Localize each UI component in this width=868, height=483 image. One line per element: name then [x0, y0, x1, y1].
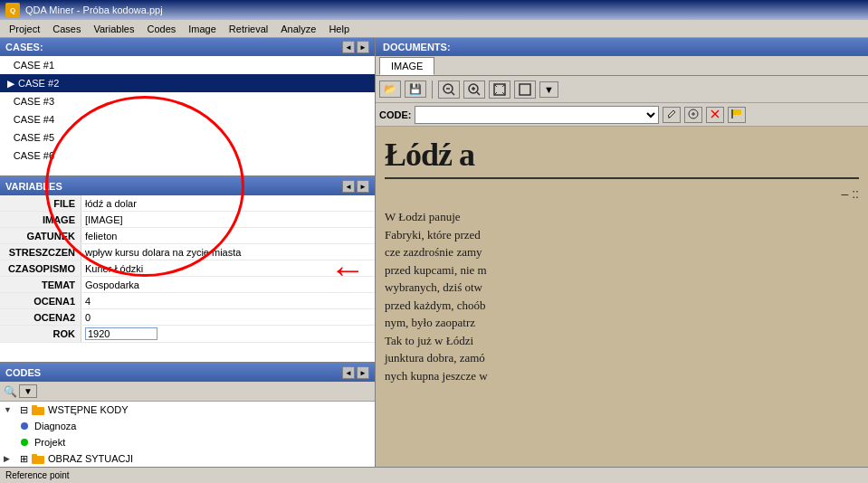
case-item-5[interactable]: CASE #5 [0, 128, 375, 147]
right-panel: DOCUMENTS: IMAGE 📂 💾 ▼ C [376, 38, 868, 483]
code-label: CODE: [379, 109, 411, 120]
cases-expand-btn[interactable]: ◄ [342, 41, 355, 53]
cases-header: CASES: ◄ ► [0, 38, 375, 56]
menu-retrieval[interactable]: Retrieval [224, 23, 273, 35]
var-name-image: IMAGE [0, 212, 81, 227]
open-file-btn[interactable]: 📂 [379, 80, 401, 98]
image-content: Łódź a – :: W Łodzi panuje Fabryki, któr… [376, 127, 868, 483]
variables-header: VARIABLES ◄ ► [0, 177, 375, 195]
dot-icon-diagnoza [18, 420, 31, 432]
left-panel: CASES: ◄ ► CASE #1 ▶ CASE #2 CASE #3 [0, 38, 376, 483]
svg-rect-16 [520, 84, 530, 95]
code-select[interactable] [415, 106, 659, 124]
rok-input[interactable] [85, 327, 157, 340]
codes-header: CODES ◄ ► [0, 364, 375, 382]
menu-analyze[interactable]: Analyze [275, 23, 321, 35]
case-item-1[interactable]: CASE #1 [0, 56, 375, 74]
fit-screen-btn[interactable] [489, 80, 510, 99]
folder-icon-obraz [32, 452, 44, 465]
menu-image[interactable]: Image [183, 23, 222, 35]
newspaper-subtitle: – :: [385, 186, 859, 201]
tab-image[interactable]: IMAGE [379, 57, 434, 75]
menu-project[interactable]: Project [4, 23, 45, 35]
dropdown-btn[interactable]: ▼ [539, 81, 558, 98]
zoom-out-btn[interactable] [438, 80, 460, 99]
svg-rect-1 [32, 405, 37, 409]
menu-codes[interactable]: Codes [141, 23, 181, 35]
var-value-file: łódź a dolar [81, 195, 375, 211]
codes-expand-btn[interactable]: ◄ [342, 366, 355, 379]
cases-menu-btn[interactable]: ► [357, 41, 369, 53]
var-value-streszczen: wpływ kursu dolara na zycie miasta [81, 244, 375, 260]
var-name-rok: ROK [0, 326, 81, 342]
case-arrow-5 [7, 133, 10, 143]
newspaper-title: Łódź a [385, 136, 859, 179]
var-value-temat: Gospodarka [81, 277, 375, 292]
codes-menu-btn[interactable]: ► [357, 366, 369, 379]
tree-expand-wstepne: ▼ [4, 405, 13, 414]
folder-icon-wstepne [32, 403, 44, 416]
case-arrow-2: ▶ [7, 79, 14, 89]
code-edit-btn[interactable] [663, 107, 681, 123]
zoom-in-btn[interactable] [463, 80, 485, 99]
newspaper-image: Łódź a – :: W Łodzi panuje Fabryki, któr… [376, 127, 868, 483]
var-value-gatunek: felieton [81, 228, 375, 243]
codes-filter-btn[interactable]: ▼ [19, 384, 37, 398]
case-item-4[interactable]: CASE #4 [0, 110, 375, 128]
case-arrow-1 [7, 61, 10, 71]
tree-expand-obraz: ▶ [4, 454, 13, 463]
cases-list: CASE #1 ▶ CASE #2 CASE #3 CASE #4 CASE #… [0, 56, 375, 175]
dot-icon-projekt [18, 436, 31, 449]
var-name-file: FILE [0, 195, 81, 211]
variables-menu-btn[interactable]: ► [357, 180, 369, 193]
var-row-ocena2: OCENA2 0 [0, 309, 375, 326]
svg-line-10 [477, 92, 480, 95]
tree-item-diagnoza[interactable]: Diagnoza [14, 418, 375, 434]
menu-help[interactable]: Help [323, 23, 355, 35]
document-tabs: IMAGE [376, 56, 868, 76]
search-icon: 🔍 [4, 385, 17, 398]
var-row-file: FILE łódź a dolar [0, 195, 375, 212]
code-add-btn[interactable] [684, 107, 702, 123]
tree-item-obraz-sytuacji[interactable]: ▶ ⊞ OBRAZ SYTUACJI [0, 450, 375, 467]
codes-header-btns: ◄ ► [342, 366, 369, 379]
tree-item-projekt[interactable]: Projekt [14, 434, 375, 450]
var-row-czasopismo: CZASOPISMO Kurier Łódzki [0, 260, 375, 277]
expand-icon-obraz: ⊞ [20, 453, 28, 465]
tree-label-wstepne: WSTĘPNE KODY [48, 404, 129, 415]
var-name-czasopismo: CZASOPISMO [0, 260, 81, 276]
case-arrow-3 [7, 97, 10, 107]
var-value-ocena1: 4 [81, 293, 375, 308]
code-flag-btn[interactable] [728, 107, 746, 123]
expand-icon: ⊟ [20, 404, 28, 416]
newspaper-body: W Łodzi panuje Fabryki, które przed cze … [385, 208, 859, 384]
status-text: Reference point [5, 470, 70, 480]
tree-item-wstepne-kody[interactable]: ▼ ⊟ WSTĘPNE KODY [0, 402, 375, 418]
main-layout: CASES: ◄ ► CASE #1 ▶ CASE #2 CASE #3 [0, 38, 868, 483]
var-value-czasopismo: Kurier Łódzki [81, 260, 375, 276]
codes-panel: CODES ◄ ► 🔍 ▼ ▼ ⊟ WSTĘPNE KODY [0, 364, 375, 483]
code-delete-btn[interactable] [706, 107, 724, 123]
var-value-rok[interactable] [81, 326, 375, 342]
view-options-btn[interactable] [514, 80, 536, 99]
variables-expand-btn[interactable]: ◄ [342, 180, 355, 193]
menu-cases[interactable]: Cases [47, 23, 86, 35]
image-toolbar: 📂 💾 ▼ [376, 76, 868, 103]
case-item-6[interactable]: CASE #6 [0, 147, 375, 165]
cases-panel: CASES: ◄ ► CASE #1 ▶ CASE #2 CASE #3 [0, 38, 375, 177]
case-item-3[interactable]: CASE #3 [0, 92, 375, 110]
var-name-ocena2: OCENA2 [0, 309, 81, 325]
var-row-gatunek: GATUNEK felieton [0, 228, 375, 244]
menu-variables[interactable]: Variables [88, 23, 139, 35]
toolbar-separator-1 [432, 80, 433, 99]
codes-toolbar: 🔍 ▼ [0, 382, 375, 402]
title-bar: Q QDA Miner - Próba kodowa.ppj [0, 0, 868, 20]
var-name-ocena1: OCENA1 [0, 293, 81, 308]
save-btn[interactable]: 💾 [405, 80, 426, 98]
tree-label-diagnoza: Diagnoza [34, 421, 76, 431]
var-row-temat: TEMAT Gospodarka [0, 277, 375, 293]
var-row-rok: ROK [0, 326, 375, 343]
case-item-2[interactable]: ▶ CASE #2 [0, 74, 375, 92]
cases-header-btns: ◄ ► [342, 41, 369, 53]
var-value-image: [IMAGE] [81, 212, 375, 227]
